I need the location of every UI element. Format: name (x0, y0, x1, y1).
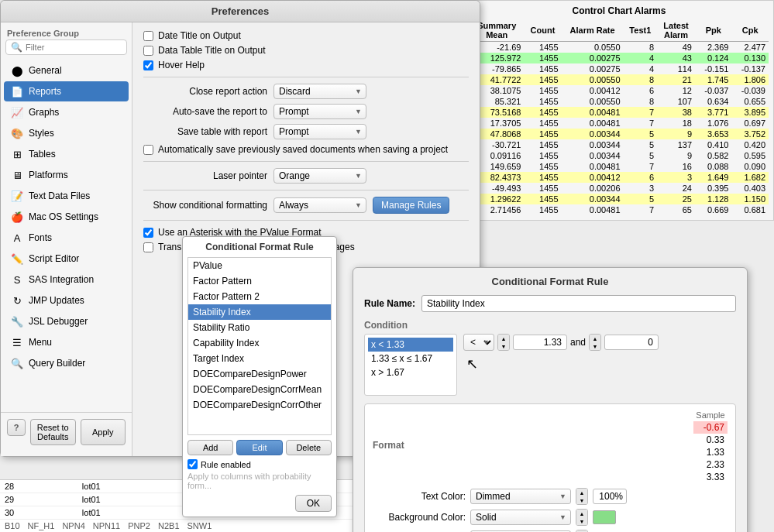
table-row: 41.772214550.005508211.7451.806 (470, 74, 769, 85)
table-row: 2.7145614550.004817650.6690.681 (470, 204, 769, 215)
sidebar-item-menu[interactable]: ☰Menu (4, 332, 129, 352)
list-item[interactable]: Capability Index (188, 335, 331, 351)
text-color-select-wrapper: Dimmed (470, 489, 571, 504)
auto-save-select[interactable]: Prompt (273, 104, 366, 119)
filter-input[interactable] (26, 43, 122, 52)
filter-box[interactable]: 🔍 (5, 39, 127, 55)
cond-and-up[interactable]: ▲ (590, 335, 600, 342)
text-color-select[interactable]: Dimmed (470, 489, 571, 504)
cfr-list-ok-button[interactable]: OK (295, 495, 332, 512)
list-item[interactable]: Stability Ratio (188, 320, 331, 335)
cond-value-input[interactable] (513, 335, 567, 350)
hover-help-checkbox[interactable] (143, 60, 153, 70)
sidebar-item-jsl-debugger[interactable]: 🔧JSL Debugger (4, 311, 129, 331)
date-title-row: Date Title on Output (143, 30, 469, 41)
help-button[interactable]: ? (7, 419, 26, 436)
table-row: -79.86514550.002754114-0.151-0.137 (470, 63, 769, 74)
bg-color-spinner[interactable]: ▲ ▼ (576, 509, 588, 526)
cond-and-down[interactable]: ▼ (590, 342, 600, 350)
show-conditional-select[interactable]: Always (273, 197, 366, 213)
auto-save-select-wrapper: Prompt (273, 104, 366, 119)
sidebar-item-script-editor[interactable]: ✏️Script Editor (4, 249, 129, 269)
data-table-checkbox[interactable] (143, 46, 153, 56)
list-item[interactable]: DOECompareDesignCorrMean (188, 382, 331, 397)
sidebar-item-sas-integration[interactable]: SSAS Integration (4, 269, 129, 290)
bg-color-up[interactable]: ▲ (576, 510, 587, 517)
sidebar-icon-styles: 🎨 (10, 126, 24, 140)
sidebar-item-query-builder[interactable]: 🔍Query Builder (4, 353, 129, 373)
sidebar-label-graphs: Graphs (29, 107, 59, 118)
text-pct-input[interactable] (593, 489, 627, 504)
list-item[interactable]: DOECompareDesignPower (188, 366, 331, 382)
date-title-checkbox[interactable] (143, 31, 153, 41)
cfr-edit-button[interactable]: Edit (236, 440, 282, 455)
col-latest: LatestAlarm (657, 19, 695, 42)
list-item[interactable]: Factor Pattern 2 (188, 289, 331, 304)
reset-button[interactable]: Reset to Defaults (30, 419, 76, 445)
sidebar-item-reports[interactable]: 📄Reports (4, 81, 129, 101)
cond-op-down[interactable]: ▼ (498, 342, 509, 350)
cond-operator-select[interactable]: < ≤ > ≥ = (463, 334, 494, 351)
sidebar-icon-sas-integration: S (10, 273, 24, 287)
sidebar-item-jmp-updates[interactable]: ↻JMP Updates (4, 290, 129, 311)
list-item[interactable]: x < 1.33 (368, 338, 453, 352)
table-row: 1.2962214550.003445251.1281.150 (470, 194, 769, 204)
bg-color-swatch[interactable] (593, 510, 616, 524)
manage-rules-button[interactable]: Manage Rules (373, 197, 449, 214)
hover-help-row: Hover Help (143, 60, 469, 70)
data-table-row: Data Table Title on Output (143, 45, 469, 56)
sidebar-item-tables[interactable]: ⊞Tables (4, 144, 129, 164)
list-item: PNP2 (128, 521, 150, 530)
list-item[interactable]: Factor Pattern (188, 273, 331, 289)
cond-op-up[interactable]: ▲ (498, 335, 509, 342)
sidebar-item-platforms[interactable]: 🖥Platforms (4, 165, 129, 185)
sidebar-item-styles[interactable]: 🎨Styles (4, 123, 129, 143)
divider-4 (143, 220, 469, 221)
transparent-bg-checkbox[interactable] (143, 242, 153, 252)
bg-color-down[interactable]: ▼ (576, 517, 587, 525)
cfr-delete-button[interactable]: Delete (286, 440, 332, 455)
cfr-rule-name-row: Rule Name: (364, 295, 736, 312)
sidebar-item-mac-os-settings[interactable]: 🍎Mac OS Settings (4, 207, 129, 227)
sidebar-label-sas-integration: SAS Integration (29, 274, 94, 285)
sidebar-label-mac-os-settings: Mac OS Settings (29, 211, 98, 222)
laser-pointer-select[interactable]: Orange (273, 168, 366, 184)
table-row: -49.49314550.002063240.3950.403 (470, 183, 769, 194)
text-color-down[interactable]: ▼ (576, 496, 587, 504)
col-count: Count (524, 19, 561, 42)
sidebar-item-general[interactable]: ⬤General (4, 60, 129, 81)
rule-name-input[interactable] (421, 295, 736, 312)
sidebar-label-jsl-debugger: JSL Debugger (29, 316, 88, 327)
list-item[interactable]: PValue (188, 258, 331, 273)
sidebar-label-query-builder: Query Builder (29, 358, 85, 369)
text-color-spinner[interactable]: ▲ ▼ (576, 488, 588, 505)
list-item[interactable]: DOECompareDesignCorrOther (188, 397, 331, 413)
text-color-row: Text Color: Dimmed ▲ ▼ (373, 488, 728, 505)
text-color-up[interactable]: ▲ (576, 489, 587, 496)
cond-op-wrapper: < ≤ > ≥ = (463, 334, 494, 351)
close-report-select[interactable]: Discard (273, 84, 366, 99)
cfr-add-button[interactable]: Add (187, 440, 233, 455)
cond-and-spinner[interactable]: ▲ ▼ (589, 334, 601, 351)
and-label: and (570, 337, 586, 348)
sample-label: Sample (696, 410, 724, 420)
sidebar-icon-graphs: 📈 (10, 105, 24, 119)
sidebar-item-graphs[interactable]: 📈Graphs (4, 102, 129, 122)
apply-button[interactable]: Apply (81, 419, 126, 445)
list-item[interactable]: Stability Index (188, 304, 331, 320)
sidebar-item-fonts[interactable]: AFonts (4, 228, 129, 248)
save-table-select[interactable]: Prompt (273, 124, 366, 139)
list-item[interactable]: 1.33 ≤ x ≤ 1.67 (368, 352, 453, 366)
sidebar-item-text-data-files[interactable]: 📝Text Data Files (4, 186, 129, 206)
list-item[interactable]: x > 1.67 (368, 366, 453, 379)
cond-op-spinner[interactable]: ▲ ▼ (497, 334, 510, 351)
rule-enabled-checkbox[interactable] (187, 459, 198, 469)
asterisk-checkbox[interactable] (143, 228, 153, 238)
list-item[interactable]: Target Index (188, 351, 331, 366)
sidebar-icon-query-builder: 🔍 (10, 356, 24, 370)
laser-pointer-select-wrapper: Orange (273, 168, 366, 184)
save-table-select-wrapper: Prompt (273, 124, 366, 139)
bg-color-select[interactable]: Solid (470, 510, 571, 525)
auto-save-docs-checkbox[interactable] (143, 145, 153, 155)
cond-and-value-input[interactable] (604, 335, 659, 350)
